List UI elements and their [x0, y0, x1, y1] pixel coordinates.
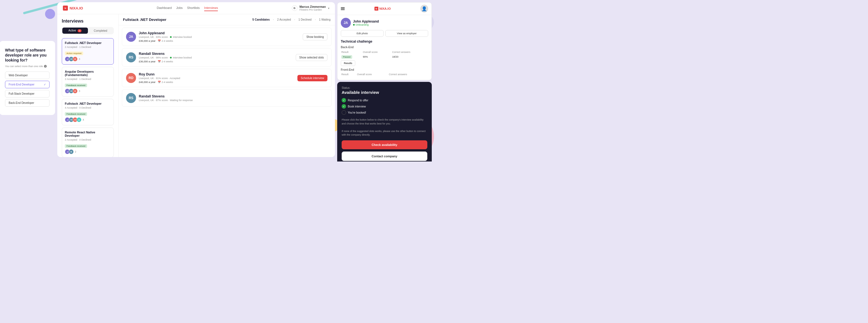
availability-card: Status: Available interview ✓ Respond to…: [337, 82, 432, 162]
edit-photo-button[interactable]: Edit photo: [341, 30, 384, 37]
job-avatars-1: J R R 3: [65, 89, 111, 93]
job-tag-3: Feedback received: [65, 144, 87, 148]
job-title-3: Remote React Native Developer: [65, 130, 111, 137]
mini-avatar: A: [76, 117, 82, 122]
nixa-logo-small: N NIXA.IO: [374, 7, 391, 10]
mini-profile-name: John Applesand: [353, 20, 379, 23]
content-area: Interviews Active 8 Completed Fullstack …: [57, 14, 335, 157]
right-panels: N NIXA.IO 👤 JA John Applesand Onboarding: [337, 2, 432, 157]
backend-label: Back-End: [341, 46, 428, 49]
show-booking-button[interactable]: Show booking: [303, 33, 328, 40]
job-item-0[interactable]: Fullstack .NET Developer 2 Accepted · 1 …: [62, 38, 114, 65]
app-logo: N NIXA.IO: [63, 6, 83, 10]
mini-avatar: R: [69, 149, 74, 154]
avail-status-label: Status:: [342, 86, 427, 89]
tab-completed[interactable]: Completed: [88, 28, 114, 34]
user-avatar-small: 👤: [421, 5, 428, 12]
check-item-1: ✓ Book interview: [342, 104, 427, 109]
candidate-stats: 5 Candidates · 2 Accepted · 1 Declined ·…: [252, 18, 331, 21]
candidate-meta-1: Liverpool, UK · 98% score · Interview bo…: [139, 56, 293, 59]
calendar-icon: 📅: [158, 81, 161, 84]
candidate-card-1: RS Randall Stevens Liverpool, UK · 98% s…: [122, 48, 332, 66]
job-meta-1: 2 Accepted · 1 Declined: [65, 78, 111, 81]
avail-status-value: Available interview: [342, 90, 427, 95]
check-availability-button[interactable]: Check availability: [342, 140, 427, 149]
results-button[interactable]: Results: [341, 60, 355, 66]
candidate-details-0: £36,000 a year 📅 2-4 weeks: [139, 39, 300, 42]
stat-accepted: 2 Accepted: [277, 18, 291, 21]
tech-challenge-title: Technical challenge: [341, 39, 428, 43]
challenge-table: Result Overall score Correct answers Pas…: [341, 50, 428, 59]
check-label-0: Respond to offer: [348, 99, 368, 102]
job-tag-1: Feedback received: [65, 84, 87, 87]
candidate-card-3: RS Randall Stevens Liverpool, UK · 87% s…: [122, 89, 332, 107]
view-employer-button[interactable]: View as employer: [385, 30, 428, 37]
job-meta-2: 4 Accepted · 0 Declined: [65, 106, 111, 109]
nav-jobs[interactable]: Jobs: [176, 5, 183, 11]
nav-shortlists[interactable]: Shortlists: [187, 5, 200, 11]
status-dot: [353, 24, 355, 26]
candidate-avatar-1: RS: [126, 52, 136, 62]
selected-check-icon: ✓: [44, 83, 46, 86]
nav-interviews[interactable]: Interviews: [204, 5, 218, 11]
avatar-count-1: 3: [79, 90, 80, 92]
candidate-details-1: £36,000 a year 📅 2-4 weeks: [139, 60, 293, 63]
tab-active[interactable]: Active 8: [62, 28, 88, 34]
fe-col-result: Result: [341, 73, 356, 77]
nav-dashboard[interactable]: Dashboard: [157, 5, 172, 11]
job-item-2[interactable]: Fullstack .NET Developer 4 Accepted · 0 …: [62, 99, 114, 125]
candidate-avatar-3: RS: [126, 93, 136, 103]
role-card-subtitle: You can select more than one role i: [5, 65, 50, 68]
job-item-1[interactable]: Angular Developers (Fundamentals) 2 Acce…: [62, 67, 114, 97]
candidate-info-3: Randall Stevens Liverpool, UK · 87% scor…: [139, 94, 328, 101]
stat-total: 5 Candidates: [252, 18, 270, 21]
interviews-sidebar: Interviews Active 8 Completed Fullstack …: [57, 14, 119, 157]
status-dot: [170, 57, 172, 58]
job-item-3[interactable]: Remote React Native Developer 2 Accepted…: [62, 127, 114, 157]
job-title-0: Fullstack .NET Developer: [65, 41, 111, 45]
candidate-card-0: JA John Applesand Liverpool, UK · 93% sc…: [122, 28, 332, 46]
mini-avatar: R: [72, 57, 78, 62]
stat-separator2: ·: [294, 18, 295, 21]
candidate-info-1: Randall Stevens Liverpool, UK · 98% scor…: [139, 52, 293, 63]
candidate-details-2: £46,000 a year 📅 2-4 weeks: [139, 81, 294, 84]
check-item-2: You're booked!: [342, 110, 427, 115]
sidebar-title: Interviews: [62, 19, 114, 24]
role-selection-card: What type of software developer role are…: [0, 41, 55, 115]
google-badge: G: [292, 5, 298, 11]
tech-challenge-section: Technical challenge Back-End Result Over…: [341, 39, 428, 77]
job-avatars-3: J R 2: [65, 149, 111, 154]
candidate-card-2: RD Roy Dunn Liverpool, UK · 91% score · …: [122, 69, 332, 87]
candidate-name-0: John Applesand: [139, 31, 300, 35]
role-option-frontend[interactable]: Front-End Developer ✓: [5, 81, 50, 88]
passed-badge: Passed: [341, 55, 352, 59]
candidate-action-1: Show selected slots: [296, 54, 328, 61]
job-meta-3: 2 Accepted · 0 Declined: [65, 138, 111, 141]
role-card-title: What type of software developer role are…: [5, 48, 50, 63]
show-slots-button[interactable]: Show selected slots: [296, 54, 328, 61]
role-option-web[interactable]: Web Developer: [5, 71, 50, 79]
job-meta-0: 2 Accepted · 1 Declined: [65, 46, 111, 49]
contact-company-button[interactable]: Contact company: [342, 151, 427, 161]
calendar-icon: 📅: [158, 39, 161, 42]
mini-top-bar: N NIXA.IO 👤: [338, 2, 432, 15]
col-overall: Overall score: [363, 51, 392, 54]
result-value: Passed: [341, 55, 362, 59]
active-count-badge: 8: [78, 29, 82, 32]
role-option-fullstack[interactable]: Full-Stack Developer: [5, 90, 50, 97]
profile-action-buttons: Edit photo View as employer: [341, 30, 428, 37]
candidate-name-2: Roy Dunn: [139, 72, 294, 76]
chevron-down-icon[interactable]: ▾: [328, 7, 330, 10]
hamburger-menu[interactable]: [341, 7, 345, 10]
check-circle-0: ✓: [342, 98, 346, 102]
job-avatars-2: J R R A 4: [65, 117, 111, 122]
schedule-interview-button[interactable]: Schedule interview: [298, 75, 328, 81]
candidate-action-2: Schedule interview: [298, 75, 328, 81]
role-option-backend[interactable]: Back-End Developer: [5, 99, 50, 107]
mini-profile-status: Onboarding: [353, 23, 379, 26]
job-title-2: Fullstack .NET Developer: [65, 102, 111, 105]
stat-separator: ·: [273, 18, 274, 21]
avatar-count-3: 2: [75, 150, 76, 153]
mini-avatar: R: [72, 89, 78, 93]
candidate-avatar-2: RD: [126, 73, 136, 83]
